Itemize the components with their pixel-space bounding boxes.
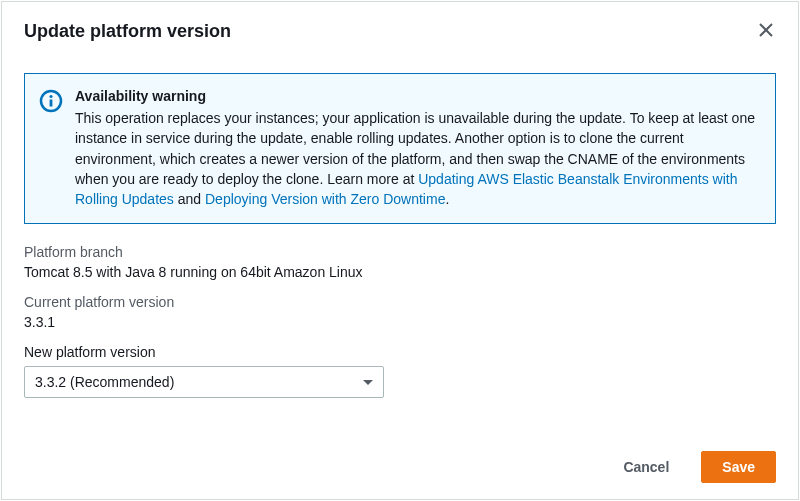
new-version-label: New platform version bbox=[24, 344, 776, 360]
new-version-select-value: 3.3.2 (Recommended) bbox=[35, 374, 174, 390]
svg-rect-4 bbox=[50, 100, 53, 107]
cancel-button[interactable]: Cancel bbox=[603, 451, 689, 483]
zero-downtime-link[interactable]: Deploying Version with Zero Downtime bbox=[205, 191, 445, 207]
platform-branch-label: Platform branch bbox=[24, 244, 776, 260]
current-version-field: Current platform version 3.3.1 bbox=[24, 294, 776, 330]
modal-title: Update platform version bbox=[24, 21, 231, 42]
info-icon bbox=[39, 89, 63, 209]
platform-branch-field: Platform branch Tomcat 8.5 with Java 8 r… bbox=[24, 244, 776, 280]
new-version-select-wrapper: 3.3.2 (Recommended) bbox=[24, 366, 384, 398]
svg-point-3 bbox=[49, 95, 52, 98]
current-version-value: 3.3.1 bbox=[24, 314, 776, 330]
close-icon bbox=[758, 22, 774, 41]
modal-body: Availability warning This operation repl… bbox=[2, 59, 798, 437]
alert-text: This operation replaces your instances; … bbox=[75, 108, 759, 209]
current-version-label: Current platform version bbox=[24, 294, 776, 310]
new-version-field: New platform version 3.3.2 (Recommended) bbox=[24, 344, 776, 398]
new-version-select[interactable]: 3.3.2 (Recommended) bbox=[24, 366, 384, 398]
alert-text-between: and bbox=[174, 191, 205, 207]
update-platform-modal: Update platform version Availability war… bbox=[1, 1, 799, 500]
availability-warning-alert: Availability warning This operation repl… bbox=[24, 73, 776, 224]
close-button[interactable] bbox=[754, 18, 778, 45]
save-button[interactable]: Save bbox=[701, 451, 776, 483]
alert-text-after: . bbox=[445, 191, 449, 207]
platform-branch-value: Tomcat 8.5 with Java 8 running on 64bit … bbox=[24, 264, 776, 280]
alert-content: Availability warning This operation repl… bbox=[75, 88, 759, 209]
alert-title: Availability warning bbox=[75, 88, 759, 104]
modal-header: Update platform version bbox=[2, 2, 798, 59]
modal-footer: Cancel Save bbox=[2, 437, 798, 499]
